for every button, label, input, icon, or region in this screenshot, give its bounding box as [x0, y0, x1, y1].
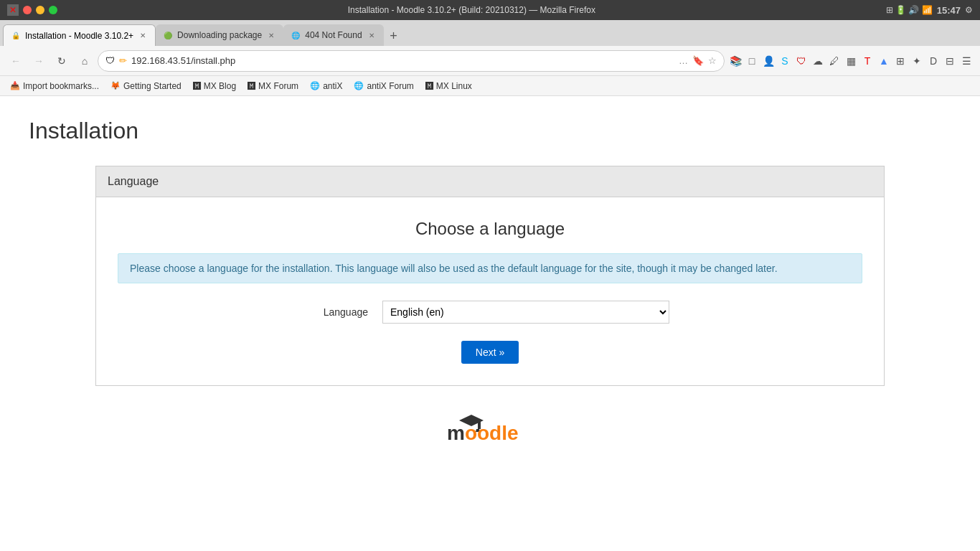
language-form-row: Language English (en) — [118, 301, 862, 324]
bookmark-gs-label: Getting Started — [123, 81, 182, 91]
info-box: Please choose a language for the install… — [118, 253, 862, 283]
clock: 15:47 — [937, 5, 961, 16]
bookmark-mxforum-label: MX Forum — [258, 81, 298, 91]
apps-icon[interactable]: ⊞ — [892, 53, 908, 69]
toolbar-icons: 📚 □ 👤 S 🛡 ☁ 🖊 ▦ T ▲ ⊞ ✦ D ⊟ ☰ — [727, 53, 974, 69]
reload-button[interactable]: ↻ — [52, 51, 72, 71]
choose-language-title: Choose a language — [118, 219, 862, 239]
antix-icon: 🌐 — [310, 81, 320, 90]
home-button[interactable]: ⌂ — [75, 51, 95, 71]
next-button[interactable]: Next » — [461, 341, 519, 364]
url-display[interactable]: 192.168.43.51/install.php — [131, 55, 674, 66]
app-icon: ✕ — [7, 4, 19, 16]
bookmark-antix-forum[interactable]: 🌐 antiX Forum — [349, 80, 418, 93]
bookmark-mx-forum[interactable]: 🅼 MX Forum — [243, 80, 303, 93]
bookmark-antixforum-label: antiX Forum — [367, 81, 413, 91]
page-title: Installation — [29, 118, 951, 144]
info-text: Please choose a language for the install… — [130, 263, 778, 274]
library-icon[interactable]: 📚 — [727, 53, 743, 69]
moodle-logo: moodle — [95, 408, 885, 449]
reading-view-icon[interactable]: □ — [744, 53, 760, 69]
pen-icon[interactable]: 🖊 — [826, 53, 842, 69]
mx-blog-icon: 🅼 — [193, 82, 201, 90]
bookmark-getting-started[interactable]: 🦊 Getting Started — [106, 80, 186, 93]
mx-linux-icon: 🅼 — [425, 82, 433, 90]
account-icon[interactable]: 👤 — [760, 53, 776, 69]
bookmark-mx-linux[interactable]: 🅼 MX Linux — [421, 80, 476, 93]
minimize-button[interactable] — [36, 6, 44, 14]
forward-button[interactable]: → — [29, 51, 49, 71]
tab-downloading[interactable]: 🟢 Downloading package ✕ — [156, 24, 283, 46]
bookmarks-bar: 📥 Import bookmarks... 🦊 Getting Started … — [0, 76, 980, 96]
language-select[interactable]: English (en) — [382, 301, 669, 324]
settings-icon[interactable]: ⚙ — [965, 5, 973, 15]
bookmark-antix[interactable]: 🌐 antiX — [306, 80, 347, 93]
tab-label-1: Installation - Moodle 3.10.2+ — [25, 31, 133, 41]
back-button[interactable]: ← — [6, 51, 26, 71]
tab-favicon-2: 🟢 — [163, 30, 173, 40]
teams-icon[interactable]: ▦ — [843, 53, 859, 69]
gdrive-icon[interactable]: ▲ — [876, 53, 892, 69]
bookmark-import-label: Import bookmarks... — [23, 81, 99, 91]
antix-forum-icon: 🌐 — [354, 81, 364, 90]
tab-close-3[interactable]: ✕ — [367, 30, 377, 40]
bookmark-mxblog-label: MX Blog — [204, 81, 236, 91]
svg-text:moodle: moodle — [447, 422, 519, 443]
mx-forum-icon: 🅼 — [248, 82, 255, 90]
bookmark-icon[interactable]: 🔖 — [692, 55, 704, 66]
tab-close-1[interactable]: ✕ — [138, 31, 148, 41]
moodle-logo-svg: moodle — [447, 408, 533, 443]
language-label: Language — [311, 306, 368, 318]
skype-icon[interactable]: S — [777, 53, 793, 69]
tab-close-2[interactable]: ✕ — [266, 30, 276, 40]
ext1-icon[interactable]: ✦ — [909, 53, 925, 69]
ext3-icon[interactable]: ⊟ — [942, 53, 958, 69]
traffic-lights — [23, 6, 57, 14]
bookmark-mxlinux-label: MX Linux — [436, 81, 472, 91]
close-button[interactable] — [23, 6, 32, 14]
window-title: Installation - Moodle 3.10.2+ (Build: 20… — [57, 5, 886, 15]
security-icon: 🛡 — [105, 55, 115, 66]
cloud-icon[interactable]: ☁ — [810, 53, 826, 69]
typora-icon[interactable]: T — [859, 53, 875, 69]
title-bar-left: ✕ — [7, 4, 57, 16]
title-bar: ✕ Installation - Moodle 3.10.2+ (Build: … — [0, 0, 980, 20]
maximize-button[interactable] — [49, 6, 57, 14]
import-icon: 📥 — [10, 81, 20, 90]
ext2-icon[interactable]: D — [925, 53, 941, 69]
bookmark-import[interactable]: 📥 Import bookmarks... — [6, 80, 103, 93]
tab-bar: 🔒 Installation - Moodle 3.10.2+ ✕ 🟢 Down… — [0, 20, 980, 46]
star-icon[interactable]: ☆ — [708, 55, 717, 66]
bookmark-antix-label: antiX — [323, 81, 342, 91]
tab-installation[interactable]: 🔒 Installation - Moodle 3.10.2+ ✕ — [3, 24, 156, 46]
tab-favicon-3: 🌐 — [291, 30, 301, 40]
bookmark-mx-blog[interactable]: 🅼 MX Blog — [189, 80, 240, 93]
more-icon[interactable]: … — [679, 55, 688, 66]
address-bar[interactable]: 🛡 ✏ 192.168.43.51/install.php … 🔖 ☆ — [98, 50, 725, 72]
page-content: Installation Language Choose a language … — [0, 96, 980, 551]
pencil-icon: ✏ — [119, 55, 127, 66]
menu-icon[interactable]: ☰ — [958, 53, 974, 69]
tab-label-2: Downloading package — [177, 30, 262, 40]
tab-404[interactable]: 🌐 404 Not Found ✕ — [283, 24, 383, 46]
firefox-icon: 🦊 — [110, 81, 121, 90]
tab-favicon-1: 🔒 — [11, 31, 21, 41]
section-header: Language — [95, 166, 885, 197]
nav-bar: ← → ↻ ⌂ 🛡 ✏ 192.168.43.51/install.php … … — [0, 46, 980, 76]
tab-label-3: 404 Not Found — [305, 30, 362, 40]
system-tray: ⊞ 🔋 🔊 📶 15:47 ⚙ — [886, 5, 973, 16]
tray-icons: ⊞ 🔋 🔊 📶 — [886, 5, 933, 15]
new-tab-button[interactable]: + — [384, 26, 404, 46]
language-container: Choose a language Please choose a langua… — [95, 197, 885, 386]
shield-ext-icon[interactable]: 🛡 — [793, 53, 809, 69]
